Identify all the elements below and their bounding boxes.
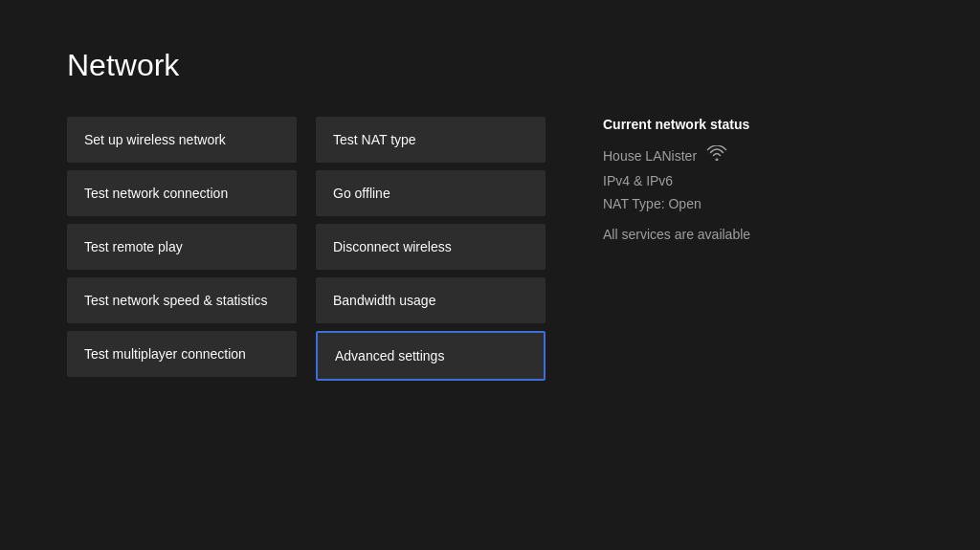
nat-type: NAT Type: Open — [603, 196, 813, 211]
content-area: Set up wireless networkTest network conn… — [67, 117, 913, 512]
status-title: Current network status — [603, 117, 813, 132]
button-test-remote-play[interactable]: Test remote play — [67, 224, 297, 270]
button-bandwidth-usage[interactable]: Bandwidth usage — [316, 277, 546, 323]
button-set-up-wireless[interactable]: Set up wireless network — [67, 117, 297, 163]
button-test-network-speed[interactable]: Test network speed & statistics — [67, 277, 297, 323]
right-column: Test NAT typeGo offlineDisconnect wirele… — [316, 117, 546, 512]
wifi-icon — [706, 145, 727, 165]
button-go-offline[interactable]: Go offline — [316, 170, 546, 216]
page-title: Network — [67, 48, 913, 83]
ip-type: IPv4 & IPv6 — [603, 173, 813, 188]
button-advanced-settings[interactable]: Advanced settings — [316, 331, 546, 381]
services-status: All services are available — [603, 227, 813, 242]
button-test-network-connection[interactable]: Test network connection — [67, 170, 297, 216]
left-column: Set up wireless networkTest network conn… — [67, 117, 297, 512]
page-container: Network Set up wireless networkTest netw… — [0, 0, 980, 550]
status-panel: Current network status House LANister IP… — [603, 117, 813, 512]
button-test-multiplayer[interactable]: Test multiplayer connection — [67, 331, 297, 377]
button-disconnect-wireless[interactable]: Disconnect wireless — [316, 224, 546, 270]
network-name: House LANister — [603, 148, 697, 164]
button-test-nat-type[interactable]: Test NAT type — [316, 117, 546, 163]
status-network-row: House LANister — [603, 145, 813, 165]
